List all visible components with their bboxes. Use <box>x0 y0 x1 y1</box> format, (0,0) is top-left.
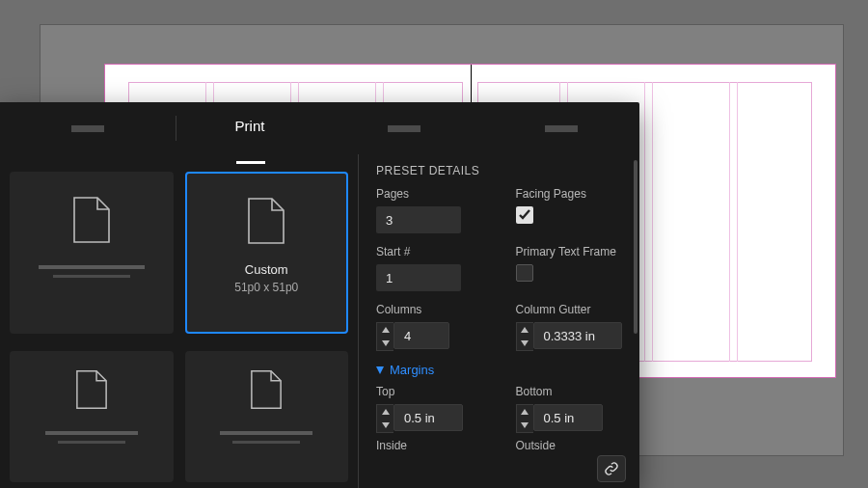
tab-mobile[interactable] <box>484 125 638 132</box>
column-guide <box>729 82 730 362</box>
column-guide <box>737 82 738 362</box>
step-down-icon[interactable] <box>377 419 393 432</box>
margin-bottom-input[interactable] <box>533 404 603 431</box>
tab-web[interactable] <box>324 125 484 132</box>
field-label: Inside <box>376 439 487 452</box>
field-label: Primary Text Frame <box>516 245 627 258</box>
preset-details-panel: PRESET DETAILS Pages Facing Pages Start … <box>358 154 639 488</box>
field-label: Start # <box>376 245 487 258</box>
panel-heading: PRESET DETAILS <box>376 164 626 177</box>
facing-pages-checkbox[interactable] <box>516 206 533 224</box>
columns-input[interactable] <box>393 322 449 349</box>
field-label: Bottom <box>516 385 627 398</box>
start-number-input[interactable] <box>376 264 461 291</box>
preset-tile-selected[interactable]: Custom 51p0 x 51p0 <box>185 172 349 334</box>
gutter-input[interactable] <box>533 322 622 349</box>
document-icon <box>72 196 111 244</box>
tab-recent[interactable] <box>0 125 176 132</box>
step-up-icon[interactable] <box>377 323 393 337</box>
field-label: Top <box>376 385 487 398</box>
margin-top-input[interactable] <box>393 404 463 431</box>
columns-stepper[interactable] <box>376 322 487 351</box>
step-down-icon[interactable] <box>377 337 393 350</box>
tab-print[interactable]: Print <box>176 118 324 140</box>
field-label: Outside <box>516 439 627 452</box>
tab-label: Print <box>235 118 265 140</box>
tab-placeholder-icon <box>388 125 420 132</box>
preset-tile[interactable] <box>10 172 174 334</box>
document-icon <box>75 369 108 410</box>
preset-name: Custom <box>245 262 288 277</box>
divider <box>176 116 176 141</box>
preset-tile[interactable] <box>185 351 349 482</box>
link-margins-button[interactable] <box>597 455 626 482</box>
new-document-dialog: Print Custom 51p0 x 51p0 <box>0 102 639 488</box>
pages-input[interactable] <box>376 206 461 233</box>
category-tabs: Print <box>0 102 639 154</box>
step-down-icon[interactable] <box>517 419 533 432</box>
preset-gallery: Custom 51p0 x 51p0 <box>0 154 358 488</box>
column-guide <box>652 82 653 362</box>
primary-text-frame-checkbox[interactable] <box>516 264 533 282</box>
scrollbar[interactable] <box>634 160 637 482</box>
preset-size: 51p0 x 51p0 <box>234 281 298 294</box>
field-label: Columns <box>376 303 487 316</box>
margins-disclosure[interactable]: Margins <box>376 363 626 377</box>
step-up-icon[interactable] <box>517 405 533 419</box>
tab-placeholder-icon <box>71 125 104 132</box>
document-icon <box>247 197 285 245</box>
margin-top-stepper[interactable] <box>376 404 487 433</box>
margin-bottom-stepper[interactable] <box>516 404 627 433</box>
gutter-stepper[interactable] <box>516 322 627 351</box>
field-label: Pages <box>376 187 487 201</box>
preset-placeholder-lines <box>39 265 145 278</box>
preset-placeholder-lines <box>220 431 312 444</box>
active-tab-underline <box>236 161 265 164</box>
preset-tile[interactable] <box>10 351 174 482</box>
step-down-icon[interactable] <box>517 337 533 350</box>
margins-heading: Margins <box>390 363 434 377</box>
field-label: Facing Pages <box>516 187 627 201</box>
field-label: Column Gutter <box>516 303 627 316</box>
step-up-icon[interactable] <box>517 323 533 337</box>
step-up-icon[interactable] <box>377 405 393 419</box>
tab-placeholder-icon <box>545 125 578 132</box>
column-guide <box>644 82 645 362</box>
preset-placeholder-lines <box>45 431 138 444</box>
document-icon <box>250 369 283 410</box>
